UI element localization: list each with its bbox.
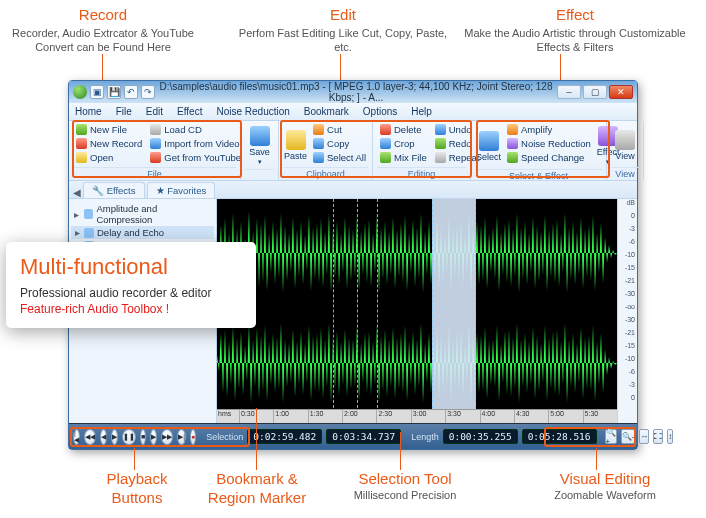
- import-from-video-icon: [150, 138, 161, 149]
- region-marker[interactable]: [333, 199, 334, 423]
- crop-icon: [380, 138, 391, 149]
- noise-reduction-icon: [507, 138, 518, 149]
- repeat-icon: [435, 152, 446, 163]
- region-marker[interactable]: [357, 199, 358, 423]
- cmd-speed-change[interactable]: Speed Change: [504, 151, 594, 164]
- speed-change-icon: [507, 152, 518, 163]
- waveform-area[interactable]: hms 0:301:001:302:002:303:003:304:004:30…: [217, 199, 617, 423]
- qat-undo-icon[interactable]: ↶: [124, 85, 138, 99]
- bookmark-marker[interactable]: [377, 199, 378, 423]
- cmd-mix-file[interactable]: Mix File: [377, 151, 430, 164]
- minimize-button[interactable]: –: [557, 85, 581, 99]
- zoom-in-button[interactable]: 🔍+: [605, 429, 617, 444]
- promo-card: Multi-functional Professional audio reco…: [6, 242, 256, 328]
- close-button[interactable]: ✕: [609, 85, 633, 99]
- window-title: D:\samples\audio files\music01.mp3 - [ M…: [158, 81, 554, 103]
- ribbon-group-file: New FileNew RecordOpen Load CDImport fro…: [69, 121, 241, 180]
- maximize-button[interactable]: ▢: [583, 85, 607, 99]
- tree-amplitude-and-compression[interactable]: ▸Amplitude and Compression: [71, 202, 214, 226]
- view-icon: [615, 130, 635, 150]
- zoom-fit-button[interactable]: ⛶: [653, 429, 663, 444]
- promo-line2: Feature-rich Audio Toolbox !: [20, 302, 242, 316]
- redo-icon: [435, 138, 446, 149]
- selection-end: 0:03:34.737: [326, 429, 401, 444]
- pause-button[interactable]: ❚❚: [122, 429, 136, 445]
- menu-bookmark[interactable]: Bookmark: [304, 106, 349, 117]
- qat-open-icon[interactable]: ▣: [90, 85, 104, 99]
- get-from-youtube-icon: [150, 152, 161, 163]
- ribbon-group-editing: DeleteCropMix File UndoRedoRepeat Editin…: [373, 121, 471, 180]
- cmd-noise-reduction[interactable]: Noise Reduction: [504, 137, 594, 150]
- menu-help[interactable]: Help: [411, 106, 432, 117]
- qat-redo-icon[interactable]: ↷: [141, 85, 155, 99]
- cmd-copy[interactable]: Copy: [310, 137, 369, 150]
- cmd-delete[interactable]: Delete: [377, 123, 430, 136]
- rewind-button[interactable]: ◀◀: [84, 429, 96, 445]
- menu-home[interactable]: Home: [75, 106, 102, 117]
- side-tab-row: ◀ 🔧 Effects ★ Favorites: [69, 181, 637, 199]
- cmd-select-all[interactable]: Select All: [310, 151, 369, 164]
- tab-effects[interactable]: 🔧 Effects: [83, 182, 145, 198]
- titlebar: ▣ 💾 ↶ ↷ D:\samples\audio files\music01.m…: [69, 81, 637, 103]
- stop-button[interactable]: ■: [140, 429, 146, 445]
- length-label: Length: [411, 432, 439, 442]
- ribbon-group-select-effect: Select AmplifyNoise ReductionSpeed Chang…: [471, 121, 607, 180]
- select-icon: [479, 131, 499, 151]
- view-button[interactable]: View: [611, 123, 639, 167]
- record-button[interactable]: ●: [190, 429, 196, 445]
- ribbon-group-view: View View: [607, 121, 644, 180]
- menu-file[interactable]: File: [116, 106, 132, 117]
- promo-line1: Professional audio recorder & editor: [20, 286, 242, 300]
- play-end-button[interactable]: ▶|: [177, 429, 186, 445]
- play-start-button[interactable]: |◀: [73, 429, 80, 445]
- save-icon: [250, 126, 270, 146]
- total-value: 0:05:28.516: [522, 429, 597, 444]
- tab-favorites[interactable]: ★ Favorites: [147, 182, 216, 198]
- app-icon: [73, 85, 87, 99]
- ribbon: New FileNew RecordOpen Load CDImport fro…: [69, 121, 637, 181]
- annot-playback: Playback Buttons: [82, 470, 192, 508]
- cmd-crop[interactable]: Crop: [377, 137, 430, 150]
- open-icon: [76, 152, 87, 163]
- promo-heading: Multi-functional: [20, 254, 242, 280]
- new-file-icon: [76, 124, 87, 135]
- amplify-icon: [507, 124, 518, 135]
- save-button[interactable]: Save▾: [245, 123, 274, 169]
- cmd-open[interactable]: Open: [73, 151, 145, 164]
- annot-selection: Selection Tool Millisecond Precision: [330, 470, 480, 503]
- cmd-amplify[interactable]: Amplify: [504, 123, 594, 136]
- cmd-get-from-youtube[interactable]: Get from YouTube: [147, 151, 244, 164]
- next-button[interactable]: ▶: [150, 429, 157, 445]
- paste-button[interactable]: Paste: [283, 123, 308, 167]
- zoom-out-button[interactable]: 🔍-: [621, 429, 636, 444]
- time-ruler[interactable]: hms 0:301:001:302:002:303:003:304:004:30…: [217, 409, 617, 423]
- zoom-vert-button[interactable]: ↕: [667, 429, 673, 444]
- delete-icon: [380, 124, 391, 135]
- menu-options[interactable]: Options: [363, 106, 397, 117]
- selection-region[interactable]: [432, 199, 476, 423]
- menu-effect[interactable]: Effect: [177, 106, 202, 117]
- cmd-new-record[interactable]: New Record: [73, 137, 145, 150]
- cmd-load-cd[interactable]: Load CD: [147, 123, 244, 136]
- ribbon-group-save: Save▾: [241, 121, 279, 180]
- select-all-icon: [313, 152, 324, 163]
- annot-record: Record Recorder, Audio Extrcator & YouTu…: [8, 6, 198, 54]
- menubar: HomeFileEditEffectNoise ReductionBookmar…: [69, 103, 637, 121]
- prev-button[interactable]: ◀: [100, 429, 107, 445]
- play-button[interactable]: ▶: [111, 429, 118, 445]
- annot-visual: Visual Editing Zoomable Waveform: [530, 470, 680, 503]
- cmd-new-file[interactable]: New File: [73, 123, 145, 136]
- folder-icon: [84, 209, 94, 219]
- load-cd-icon: [150, 124, 161, 135]
- cmd-import-from-video[interactable]: Import from Video: [147, 137, 244, 150]
- select-button[interactable]: Select: [475, 123, 502, 169]
- menu-noise-reduction[interactable]: Noise Reduction: [216, 106, 289, 117]
- qat-save-icon[interactable]: 💾: [107, 85, 121, 99]
- annot-bookmark: Bookmark & Region Marker: [192, 470, 322, 508]
- menu-edit[interactable]: Edit: [146, 106, 163, 117]
- forward-button[interactable]: ▶▶: [161, 429, 173, 445]
- cmd-cut[interactable]: Cut: [310, 123, 369, 136]
- paste-icon: [286, 130, 306, 150]
- tree-delay-and-echo[interactable]: ▸Delay and Echo: [71, 226, 214, 239]
- zoom-sel-button[interactable]: ↔: [639, 429, 649, 444]
